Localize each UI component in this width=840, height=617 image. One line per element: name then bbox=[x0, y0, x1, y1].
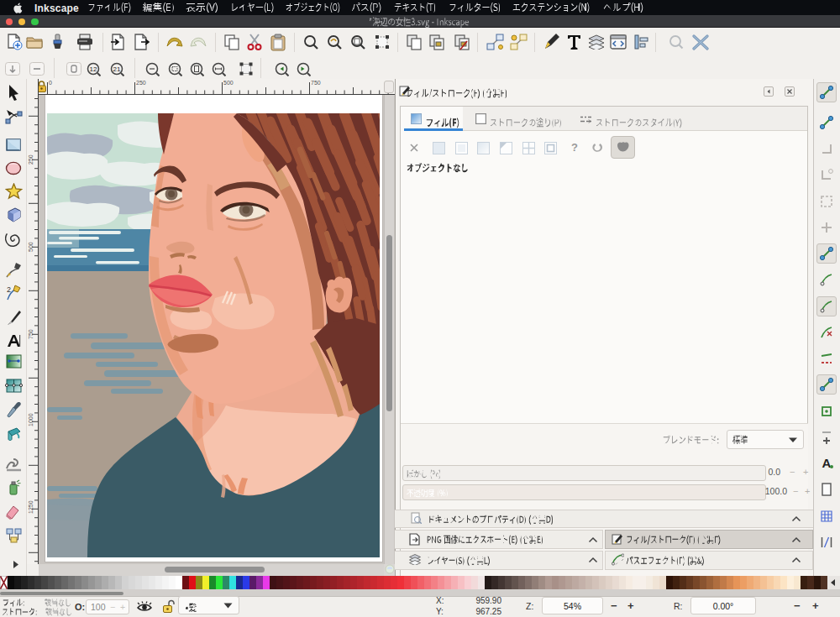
svg-text:A: A bbox=[822, 456, 832, 470]
svg-text:12: 12 bbox=[89, 65, 97, 73]
svg-text:21: 21 bbox=[113, 65, 120, 73]
svg-text:2: 2 bbox=[7, 285, 11, 294]
